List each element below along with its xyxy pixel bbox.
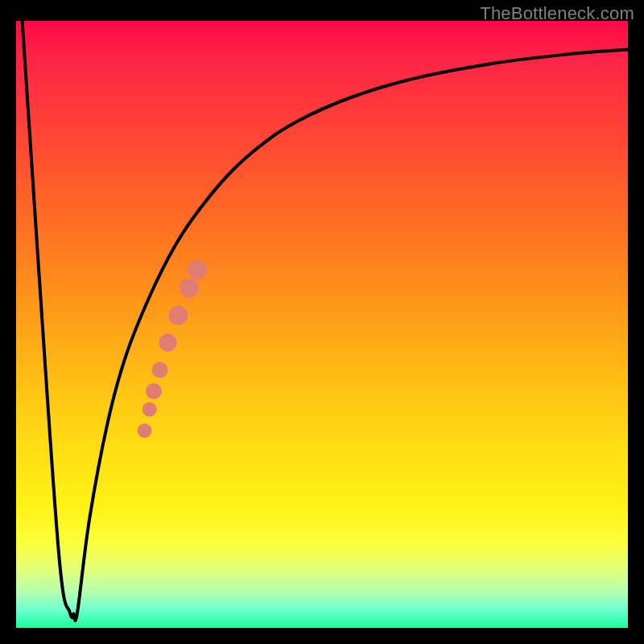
curve-left-branch <box>23 21 74 617</box>
chart-frame: TheBottleneck.com <box>0 0 644 644</box>
chart-svg <box>16 21 628 628</box>
watermark-text: TheBottleneck.com <box>480 3 634 24</box>
highlight-dot <box>159 334 176 352</box>
highlight-dot <box>168 306 188 325</box>
highlight-dot <box>188 260 207 279</box>
highlight-dot <box>152 362 168 378</box>
highlight-dot <box>142 402 157 417</box>
curve-right-branch <box>73 49 628 621</box>
highlight-dot <box>146 383 162 399</box>
highlight-dots <box>138 260 207 438</box>
highlight-dot <box>180 279 199 298</box>
plot-area <box>16 21 628 628</box>
highlight-dot <box>138 423 152 438</box>
